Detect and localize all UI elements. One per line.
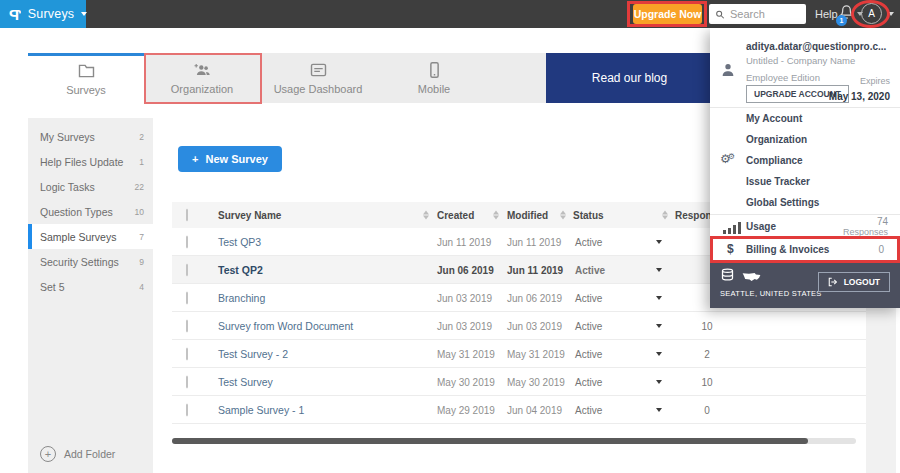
modified-date: Jun 11 2019 (507, 236, 561, 247)
mobile-phone-icon (429, 62, 440, 78)
help-link[interactable]: Help (815, 8, 838, 20)
sidebar-item-logic-tasks[interactable]: Logic Tasks 22 (28, 174, 153, 199)
sidebar-item-help-files-update[interactable]: Help Files Update 1 (28, 149, 153, 174)
notification-count-badge: 1 (836, 15, 847, 26)
row-checkbox[interactable] (186, 404, 188, 415)
folder-count: 1 (139, 157, 144, 167)
menu-item-organization[interactable]: Organization (746, 134, 807, 145)
sort-responses-icon[interactable] (662, 211, 668, 220)
account-avatar[interactable]: A (861, 3, 882, 24)
responses-count: 2 (687, 348, 727, 359)
folder-label: My Surveys (40, 131, 95, 143)
status-dropdown-icon[interactable] (656, 268, 662, 272)
modified-date: Jun 06 2019 (507, 292, 562, 303)
survey-name-link[interactable]: Branching (218, 292, 265, 304)
horizontal-scrollbar-track[interactable] (172, 438, 856, 444)
sidebar-item-security-settings[interactable]: Security Settings 9 (28, 249, 153, 274)
status-value: Active (575, 376, 602, 387)
responses-count: 10 (687, 376, 727, 387)
row-checkbox[interactable] (186, 292, 188, 303)
menu-item-global-settings[interactable]: Global Settings (746, 197, 819, 208)
menu-item-my-account[interactable]: My Account (746, 113, 802, 124)
table-row: Sample Survey - 1 May 29 2019 Jun 04 201… (172, 396, 866, 424)
created-date: May 30 2019 (437, 376, 495, 387)
header-modified[interactable]: Modified (507, 210, 548, 221)
account-panel-footer: SEATTLE, UNITED STATES LOGOUT (710, 262, 900, 308)
header-status[interactable]: Status (573, 210, 604, 221)
logout-label: LOGOUT (844, 277, 880, 287)
menu-item-issue-tracker[interactable]: Issue Tracker (746, 176, 810, 187)
survey-name-link[interactable]: Test Survey - 2 (218, 348, 288, 360)
header-created[interactable]: Created (437, 210, 474, 221)
row-checkbox[interactable] (186, 376, 188, 387)
row-checkbox[interactable] (186, 236, 188, 247)
status-value: Active (575, 320, 602, 331)
created-date: Jun 03 2019 (437, 292, 492, 303)
product-switcher[interactable]: Ƥ Surveys (0, 0, 86, 28)
survey-name-link[interactable]: Sample Survey - 1 (218, 404, 304, 416)
sidebar-item-set-5[interactable]: Set 5 4 (28, 274, 153, 299)
menu-item-billing-invoices[interactable]: $ Billing & Invoices 0 (710, 237, 900, 263)
bar-chart-icon (723, 222, 741, 234)
account-chevron-icon[interactable] (888, 12, 894, 16)
menu-item-compliance[interactable]: Compliance (746, 155, 803, 166)
modified-date: May 31 2019 (507, 348, 565, 359)
status-dropdown-icon[interactable] (656, 296, 662, 300)
status-dropdown-icon[interactable] (656, 408, 662, 412)
sort-modified-icon[interactable] (493, 211, 499, 220)
tab-label: Organization (171, 83, 233, 95)
survey-name-link[interactable]: Survey from Word Document (218, 320, 353, 332)
created-date: May 31 2019 (437, 348, 495, 359)
new-survey-button[interactable]: + New Survey (178, 146, 282, 172)
created-date: Jun 06 2019 (437, 264, 494, 275)
logout-button[interactable]: LOGOUT (818, 272, 890, 292)
tab-usage-dashboard[interactable]: Usage Dashboard (260, 53, 376, 103)
gears-icon: ⚙⚙ (720, 153, 735, 165)
usage-unit: Responses (843, 227, 888, 237)
expires-block: Expires May 13, 2020 (829, 76, 890, 104)
status-value: Active (575, 236, 602, 247)
responses-count: 0 (687, 404, 727, 415)
horizontal-scrollbar-thumb[interactable] (172, 438, 808, 444)
folder-label: Sample Surveys (40, 231, 116, 243)
add-folder-button[interactable]: + Add Folder (40, 446, 115, 462)
add-folder-label: Add Folder (64, 448, 115, 460)
folders-sidebar: My Surveys 2 Help Files Update 1 Logic T… (28, 118, 153, 473)
row-checkbox[interactable] (186, 264, 188, 275)
status-dropdown-icon[interactable] (656, 380, 662, 384)
folder-icon (78, 63, 95, 79)
row-checkbox[interactable] (186, 348, 188, 359)
sidebar-item-question-types[interactable]: Question Types 10 (28, 199, 153, 224)
search-input[interactable] (730, 8, 800, 20)
created-date: May 29 2019 (437, 404, 495, 415)
sort-status-icon[interactable] (560, 211, 566, 220)
chevron-down-icon (81, 12, 87, 16)
upgrade-now-button[interactable]: Upgrade Now (633, 4, 702, 24)
search-box (709, 4, 806, 24)
folder-label: Logic Tasks (40, 181, 95, 193)
sort-created-icon[interactable] (423, 211, 429, 220)
folder-list: My Surveys 2 Help Files Update 1 Logic T… (28, 118, 153, 299)
created-date: Jun 11 2019 (437, 236, 491, 247)
read-our-blog-button[interactable]: Read our blog (546, 53, 713, 103)
tab-surveys[interactable]: Surveys (28, 53, 144, 103)
row-checkbox[interactable] (186, 320, 188, 331)
survey-name-link[interactable]: Test Survey (218, 376, 273, 388)
search-icon (715, 9, 725, 20)
survey-name-link[interactable]: Test QP2 (218, 264, 263, 276)
survey-name-link[interactable]: Test QP3 (218, 236, 261, 248)
status-dropdown-icon[interactable] (656, 352, 662, 356)
sidebar-item-my-surveys[interactable]: My Surveys 2 (28, 124, 153, 149)
modified-date: Jun 03 2019 (507, 320, 562, 331)
status-dropdown-icon[interactable] (656, 324, 662, 328)
app-label: Surveys (28, 7, 75, 21)
tab-mobile[interactable]: Mobile (376, 53, 492, 103)
add-people-icon (193, 62, 211, 78)
table-row: Survey from Word Document Jun 03 2019 Ju… (172, 312, 866, 340)
select-all-checkbox[interactable] (186, 210, 188, 221)
sidebar-item-sample-surveys[interactable]: Sample Surveys 7 (28, 224, 153, 249)
tab-organization[interactable]: Organization (144, 53, 260, 103)
expires-label: Expires (829, 76, 890, 86)
status-dropdown-icon[interactable] (656, 240, 662, 244)
status-value: Active (575, 348, 602, 359)
